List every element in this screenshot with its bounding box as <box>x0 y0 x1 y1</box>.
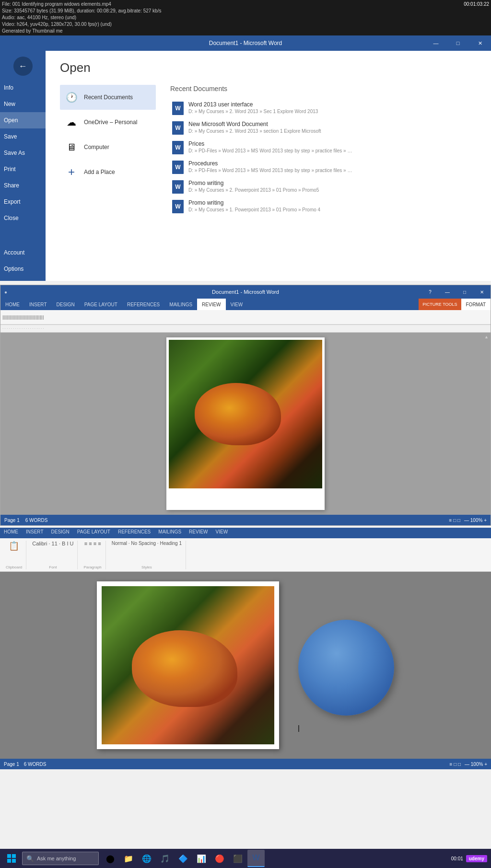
sidebar-item-new[interactable]: New <box>0 96 46 112</box>
sidebar-item-options[interactable]: Options <box>0 261 46 277</box>
doc-item-5[interactable]: Promo writing D: » My Courses » 1. Power… <box>170 197 477 216</box>
mango-shape-1 <box>195 383 281 445</box>
page-title: Open <box>60 60 477 75</box>
word-restore-btn-1[interactable]: □ <box>456 285 473 299</box>
doc-item-4[interactable]: Promo writing D: » My Courses » 2. Power… <box>170 177 477 197</box>
taskbar-icon-chrome[interactable]: 🔴 <box>211 850 228 867</box>
sidebar-spacer <box>0 226 46 244</box>
backstage-area: ← Info New Open Save Save As Print Share… <box>0 51 491 281</box>
view-icons-2: ≡ □ □ <box>450 762 461 767</box>
ribbon-tab-design-2[interactable]: DESIGN <box>47 528 73 538</box>
sidebar-item-info[interactable]: Info <box>0 80 46 96</box>
doc-icon-3 <box>172 161 184 174</box>
recent-label: Recent Documents <box>84 94 133 101</box>
maximize-button[interactable]: □ <box>447 35 469 51</box>
taskbar-icon-word[interactable]: W <box>247 850 265 867</box>
location-recent[interactable]: 🕐 Recent Documents <box>60 85 156 110</box>
search-icon: 🔍 <box>26 855 34 862</box>
onedrive-icon: ☁ <box>64 115 79 130</box>
word-title-center-1: Document1 - Microsoft Word <box>212 289 279 295</box>
title-bar: Document1 - Microsoft Word — □ ✕ <box>0 35 491 51</box>
status-words-1: 6 WORDS <box>25 518 48 523</box>
back-button[interactable]: ← <box>13 57 33 76</box>
svg-rect-2 <box>7 859 11 863</box>
recent-icon: 🕐 <box>64 90 79 105</box>
doc-info-1: New Microsoft Word Document D: » My Cour… <box>188 121 475 134</box>
sidebar: ← Info New Open Save Save As Print Share… <box>0 51 46 281</box>
sidebar-item-export[interactable]: Export <box>0 194 46 210</box>
word-window-2: HOME INSERT DESIGN PAGE LAYOUT REFERENCE… <box>0 528 491 769</box>
search-bar[interactable]: 🔍 <box>22 852 99 865</box>
ribbon-tab-review-2[interactable]: REVIEW <box>185 528 211 538</box>
location-add-place[interactable]: + Add a Place <box>60 160 156 185</box>
taskbar-icon-explorer[interactable]: 📁 <box>120 850 137 867</box>
ribbon-tabs-2: HOME INSERT DESIGN PAGE LAYOUT REFERENCE… <box>0 528 491 538</box>
ribbon-tab-home-1[interactable]: HOME <box>0 299 24 310</box>
start-button[interactable] <box>2 850 21 867</box>
metadata-line1: File: 001 Identifying program widows ele… <box>2 1 489 8</box>
taskbar-icon-cortana[interactable]: ⬤ <box>102 850 119 867</box>
ribbon-group-clipboard: 📋 Clipboard <box>2 541 26 569</box>
sidebar-bottom: Account Options <box>0 244 46 281</box>
doc-item-2[interactable]: Prices D: » PD-Files » Word 2013 » MS Wo… <box>170 138 477 157</box>
ribbon-tab-insert-2[interactable]: INSERT <box>22 528 47 538</box>
word-title-text-1: ● <box>4 289 7 295</box>
zoom-control-1[interactable]: — 100% + <box>464 518 487 523</box>
taskbar-icons: ⬤ 📁 🌐 🎵 🔷 📊 🔴 ⬛ W <box>102 850 265 867</box>
taskbar-icon-media[interactable]: 🎵 <box>156 850 174 867</box>
doc-item-0[interactable]: Word 2013 user interface D: » My Courses… <box>170 98 477 118</box>
sidebar-item-share[interactable]: Share <box>0 177 46 194</box>
ribbon-group-font: Calibri · 11 · B I U Font <box>28 541 78 569</box>
text-cursor <box>298 725 299 732</box>
doc-item-1[interactable]: New Microsoft Word Document D: » My Cour… <box>170 118 477 138</box>
sidebar-item-close[interactable]: Close <box>0 210 46 226</box>
ribbon-tab-mailings-2[interactable]: MAILINGS <box>154 528 185 538</box>
minimize-button[interactable]: — <box>425 35 447 51</box>
ribbon-tab-references-2[interactable]: REFERENCES <box>114 528 154 538</box>
sidebar-item-save[interactable]: Save <box>0 128 46 145</box>
recent-panel: Recent Documents Word 2013 user interfac… <box>170 85 477 216</box>
search-input[interactable] <box>37 856 94 861</box>
taskbar-icon-app2[interactable]: ⬛ <box>229 850 246 867</box>
doc-info-0: Word 2013 user interface D: » My Courses… <box>188 101 475 114</box>
zoom-control-2[interactable]: — 100% + <box>465 762 487 767</box>
status-page-1: Page 1 <box>4 518 20 523</box>
taskbar-icon-app1[interactable]: 🔷 <box>175 850 192 867</box>
word-close-btn-1[interactable]: ✕ <box>473 285 491 299</box>
word-minimize-1[interactable]: ? <box>421 285 439 299</box>
sidebar-item-save-as[interactable]: Save As <box>0 145 46 161</box>
ribbon-tab-design-1[interactable]: DESIGN <box>52 299 80 310</box>
location-computer[interactable]: 🖥 Computer <box>60 135 156 160</box>
styles-label: Styles <box>141 565 152 569</box>
taskbar-icon-ie[interactable]: 🌐 <box>138 850 155 867</box>
ribbon-tab-insert-1[interactable]: INSERT <box>24 299 52 310</box>
ribbon-tab-mailings-1[interactable]: MAILINGS <box>164 299 197 310</box>
ribbon-tab-view-1[interactable]: VIEW <box>226 299 248 310</box>
ribbon-commands-1: ||||||||||||||||||||||||||||||||||||| <box>0 310 491 324</box>
location-onedrive[interactable]: ☁ OneDrive – Personal <box>60 110 156 135</box>
window-title: Document1 - Microsoft Word <box>209 40 282 46</box>
clipboard-label: Clipboard <box>6 565 22 569</box>
ribbon-tab-references-1[interactable]: REFERENCES <box>122 299 164 310</box>
ribbon-tab-home-2[interactable]: HOME <box>0 528 22 538</box>
ribbon-tab-view-2[interactable]: VIEW <box>212 528 232 538</box>
doc-icon-1 <box>172 121 184 135</box>
ruler-indicator: ||||||||||||||||||||||||||||||||||||| <box>2 315 44 320</box>
ribbon-tab-review-1[interactable]: REVIEW <box>197 299 225 310</box>
word-minimize-btn-1[interactable]: — <box>439 285 456 299</box>
ribbon-tab-pagelayout-2[interactable]: PAGE LAYOUT <box>73 528 114 538</box>
doc-item-3[interactable]: Procedures D: » PD-Files » Word 2013 » M… <box>170 157 477 177</box>
taskbar-icon-excel[interactable]: 📊 <box>193 850 210 867</box>
doc-icon-4 <box>172 180 184 194</box>
sidebar-item-open[interactable]: Open <box>0 112 46 128</box>
open-layout: 🕐 Recent Documents ☁ OneDrive – Personal… <box>60 85 477 216</box>
locations-panel: 🕐 Recent Documents ☁ OneDrive – Personal… <box>60 85 156 216</box>
udemy-badge[interactable]: udemy <box>466 855 487 862</box>
sidebar-item-print[interactable]: Print <box>0 161 46 177</box>
status-bar-2: Page 1 6 WORDS ≡ □ □ — 100% + <box>0 759 491 769</box>
sidebar-item-account[interactable]: Account <box>0 244 46 261</box>
windows-icon <box>7 854 16 863</box>
ribbon-tab-format-1[interactable]: FORMAT <box>461 299 491 310</box>
ribbon-tab-pagelayout-1[interactable]: PAGE LAYOUT <box>80 299 122 310</box>
close-button[interactable]: ✕ <box>469 35 491 51</box>
